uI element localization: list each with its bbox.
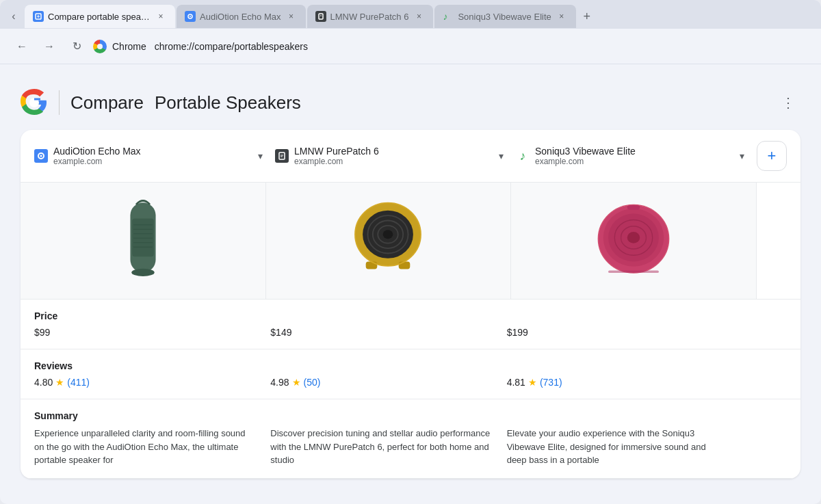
tab2-favicon (185, 11, 196, 22)
summary-values: Experience unparalleled clarity and room… (34, 427, 787, 467)
tab2-title: AudiOtion Echo Max (200, 12, 281, 22)
tab4-close[interactable]: × (556, 10, 568, 23)
svg-rect-15 (132, 219, 154, 257)
rating-row-1: 4.80 ★ (411) (34, 377, 254, 388)
product-headers: AudiOtion Echo Max example.com ▾ LMNW Pu… (21, 130, 800, 183)
google-logo (21, 89, 48, 116)
add-product-button[interactable]: + (757, 141, 787, 171)
product1-domain: example.com (53, 157, 245, 166)
product3-name: Soniqu3 Vibewave Elite (535, 146, 727, 157)
reviews-value-1: 4.80 ★ (411) (34, 377, 265, 388)
new-tab-button[interactable]: + (577, 7, 597, 26)
product1-chevron[interactable]: ▾ (250, 146, 270, 165)
image-add-spacer (757, 183, 800, 299)
browser-window: ‹ Compare portable speaker × AudiOtion E… (0, 0, 821, 504)
star-icon-3: ★ (528, 377, 537, 388)
review-count-2: 50 (307, 377, 317, 388)
review-count-1: 411 (70, 377, 86, 388)
tab-audiotion[interactable]: AudiOtion Echo Max × (177, 5, 306, 28)
product1-name: AudiOtion Echo Max (53, 146, 245, 157)
price-row: Price $99 $149 $199 (21, 300, 800, 349)
rating-number-3: 4.81 (507, 377, 525, 388)
price-values: $99 $149 $199 (34, 327, 787, 338)
price-label: Price (34, 310, 787, 321)
product1-image-cell (21, 183, 266, 299)
product3-image (589, 200, 678, 282)
review-link-2[interactable]: (50) (304, 377, 321, 388)
product2-name: LMNW PurePatch 6 (294, 146, 486, 157)
svg-rect-11 (279, 152, 285, 159)
product-header-1[interactable]: AudiOtion Echo Max example.com ▾ (34, 146, 270, 166)
tab4-title: Soniqu3 Vibewave Elite (458, 12, 551, 22)
page-subtitle: Portable Speakers (155, 92, 301, 114)
product2-image (343, 200, 432, 282)
page-title: Compare (70, 92, 144, 114)
product-header-3[interactable]: ♪ Soniqu3 Vibewave Elite example.com ▾ (516, 146, 751, 166)
page-header-left: Compare Portable Speakers (21, 89, 301, 116)
tab1-favicon (33, 11, 44, 22)
tab3-title: LMNW PurePatch 6 (330, 12, 409, 22)
rating-number-2: 4.98 (270, 377, 289, 388)
tab3-close[interactable]: × (413, 10, 425, 23)
star-icon-1: ★ (55, 377, 64, 388)
reviews-value-3: 4.81 ★ (731) (507, 377, 738, 388)
star-icon-2: ★ (292, 377, 301, 388)
page-header: Compare Portable Speakers ⋮ (21, 78, 800, 130)
tab4-favicon: ♪ (443, 11, 454, 22)
tab3-favicon (315, 11, 326, 22)
review-count-3: 731 (543, 377, 559, 388)
product3-favicon: ♪ (516, 149, 530, 163)
address-url[interactable]: chrome://compare/portablespeakers (155, 41, 308, 52)
product3-chevron[interactable]: ▾ (732, 146, 751, 165)
browser-name: Chrome (112, 41, 146, 52)
product1-favicon (34, 149, 48, 163)
header-divider (59, 90, 60, 115)
svg-point-28 (383, 230, 393, 239)
svg-point-22 (131, 269, 154, 276)
tab-soniqu3[interactable]: ♪ Soniqu3 Vibewave Elite × (434, 5, 575, 28)
product2-info: LMNW PurePatch 6 example.com (294, 146, 486, 166)
svg-rect-5 (319, 14, 323, 19)
product3-domain: example.com (535, 157, 727, 166)
tab2-close[interactable]: × (285, 10, 298, 23)
product-images (21, 183, 800, 300)
product2-favicon (275, 149, 289, 163)
tab-bar: ‹ Compare portable speaker × AudiOtion E… (0, 0, 821, 29)
product3-image-cell (511, 183, 757, 299)
back-button[interactable]: ← (11, 36, 33, 57)
rating-row-3: 4.81 ★ (731) (507, 377, 727, 388)
product-header-2[interactable]: LMNW PurePatch 6 example.com ▾ (275, 146, 510, 166)
price-value-3: $199 (507, 327, 738, 338)
summary-value-1: Experience unparalleled clarity and room… (34, 427, 265, 467)
product2-chevron[interactable]: ▾ (491, 146, 510, 165)
rating-number-1: 4.80 (34, 377, 53, 388)
summary-value-3: Elevate your audio experience with the S… (507, 427, 738, 467)
svg-rect-30 (399, 261, 410, 269)
reviews-label: Reviews (34, 360, 787, 371)
tab-scroll-left[interactable]: ‹ (4, 7, 23, 26)
product2-domain: example.com (294, 157, 486, 166)
reload-button[interactable]: ↻ (66, 36, 88, 57)
compare-card: AudiOtion Echo Max example.com ▾ LMNW Pu… (21, 130, 800, 479)
review-link-3[interactable]: (731) (540, 377, 562, 388)
product2-image-cell (266, 183, 512, 299)
price-value-2: $149 (270, 327, 501, 338)
summary-row: Summary Experience unparalleled clarity … (21, 399, 800, 479)
reviews-value-2: 4.98 ★ (50) (270, 377, 501, 388)
svg-point-10 (40, 155, 42, 157)
svg-point-4 (190, 16, 191, 17)
reviews-values: 4.80 ★ (411) 4.98 ★ (50) (34, 377, 787, 388)
svg-rect-29 (366, 261, 378, 269)
svg-rect-38 (627, 204, 640, 209)
review-link-1[interactable]: (411) (67, 377, 90, 388)
product1-image (112, 196, 174, 285)
tab-lmnw[interactable]: LMNW PurePatch 6 × (307, 5, 434, 28)
page-content: Compare Portable Speakers ⋮ AudiOtion Ec… (0, 64, 821, 492)
forward-button[interactable]: → (38, 36, 60, 57)
more-options-button[interactable]: ⋮ (776, 90, 800, 115)
tab-compare[interactable]: Compare portable speaker × (25, 5, 175, 28)
svg-rect-40 (608, 270, 659, 273)
reviews-row: Reviews 4.80 ★ (411) 4.98 ★ (50) (21, 349, 800, 399)
tab1-close[interactable]: × (155, 10, 167, 23)
product1-info: AudiOtion Echo Max example.com (53, 146, 245, 166)
